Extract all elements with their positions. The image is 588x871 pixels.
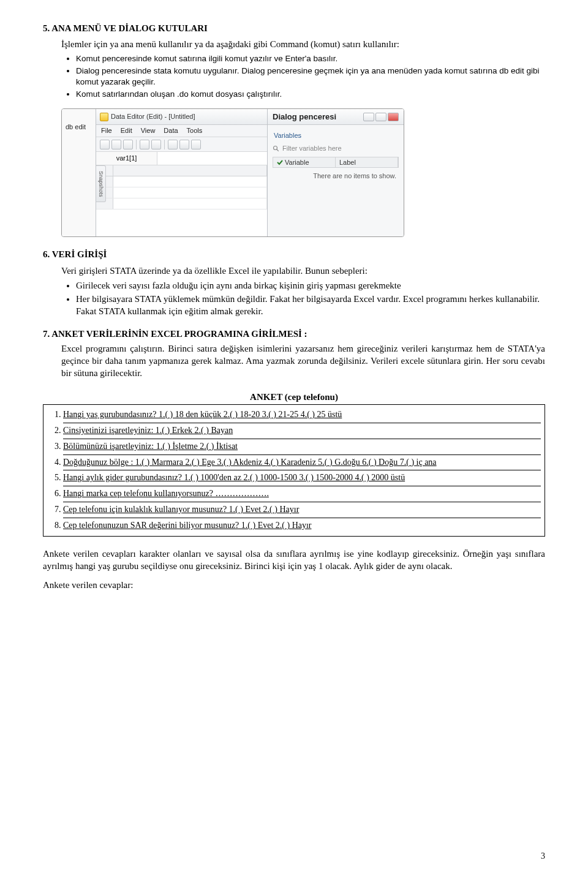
anket-title: ANKET (cep telefonu) <box>43 391 545 403</box>
menu-view[interactable]: View <box>141 126 156 135</box>
menu-edit[interactable]: Edit <box>121 126 132 135</box>
anket-q4: Doğduğunuz bölge : 1.( ) Marmara 2.( ) E… <box>63 455 541 471</box>
section7-para: Excel programını çalıştırın. Birinci sat… <box>61 342 545 380</box>
tool-icon[interactable] <box>168 140 178 149</box>
shot-command-column: db edit <box>62 109 96 236</box>
command-text: db edit <box>66 123 86 132</box>
snapshots-tab[interactable]: Snapshots <box>96 165 106 202</box>
section6-bullets: Girilecek veri sayısı fazla olduğu için … <box>76 279 545 318</box>
data-editor-titlebar: Data Editor (Edit) - [Untitled] <box>96 109 267 125</box>
close-icon[interactable] <box>388 113 399 121</box>
section5-intro: İşlemler için ya ana menü kullanılır ya … <box>61 38 545 50</box>
cell-reference: var1[1] <box>96 152 157 165</box>
filter-placeholder: Filter variables here <box>282 144 342 153</box>
tool-icon[interactable] <box>123 140 133 149</box>
section5-bullet-3: Komut satırlarından oluşan .do komut dos… <box>76 89 545 100</box>
after-p1: Ankete verilen cevapları karakter olanla… <box>43 548 545 573</box>
anket-list: Hangi yaş gurubundasınız? 1.( ) 18 den k… <box>63 407 541 534</box>
section7-heading: 7. ANKET VERİLERİNİN EXCEL PROGRAMINA Gİ… <box>43 328 545 340</box>
section5-heading: 5. ANA MENÜ VE DİALOG KUTULARI <box>43 22 545 34</box>
col-variable[interactable]: Variable <box>273 157 336 167</box>
stata-screenshot: db edit Data Editor (Edit) - [Untitled] … <box>61 108 404 237</box>
anket-box: Hangi yaş gurubundasınız? 1.( ) 18 den k… <box>43 404 545 537</box>
section5-bullet-2: Dialog penceresinde stata komutu uygulan… <box>76 66 545 88</box>
section6-bullet-2: Her bilgisayara STATA yüklemek mümkün de… <box>76 293 545 318</box>
col-label[interactable]: Label <box>336 157 398 167</box>
after-p2: Ankete verilen cevaplar: <box>43 579 545 591</box>
anket-q3: Bölümünüzü işaretleyiniz: 1.( ) İşletme … <box>63 439 541 455</box>
menu-tools[interactable]: Tools <box>187 126 203 135</box>
variables-columns: Variable Label <box>273 157 399 168</box>
anket-q6: Hangi marka cep telefonu kullanıyorsunuz… <box>63 486 541 502</box>
shot-dialog-panel: Dialog penceresi Variables Filter variab… <box>268 109 404 236</box>
check-icon <box>277 159 283 165</box>
toolbar-separator <box>164 140 165 149</box>
svg-line-1 <box>277 149 279 151</box>
variables-pane: Variables Filter variables here Variable… <box>268 125 404 188</box>
toolbar-separator <box>136 140 137 149</box>
anket-q2: Cinsiyetinizi işaretleyiniz: 1.( ) Erkek… <box>63 423 541 439</box>
section5-bullets: Komut penceresinde komut satırına ilgili… <box>76 53 545 100</box>
menu-bar[interactable]: File Edit View Data Tools <box>96 125 267 137</box>
tool-icon[interactable] <box>100 140 110 149</box>
data-editor-icon <box>100 113 108 121</box>
data-editor-title: Data Editor (Edit) - [Untitled] <box>111 112 195 121</box>
variables-filter[interactable]: Filter variables here <box>273 143 399 157</box>
tool-icon[interactable] <box>191 140 201 149</box>
cell-reference-bar: var1[1] <box>96 152 267 165</box>
no-items-text: There are no items to show. <box>273 168 399 184</box>
tool-icon[interactable] <box>140 140 149 149</box>
menu-file[interactable]: File <box>101 126 112 135</box>
section6-bullet-1: Girilecek veri sayısı fazla olduğu için … <box>76 279 545 292</box>
svg-point-0 <box>274 146 277 149</box>
dialog-titlebar: Dialog penceresi <box>268 109 404 125</box>
tool-icon[interactable] <box>111 140 121 149</box>
variables-heading: Variables <box>273 129 399 143</box>
menu-data[interactable]: Data <box>164 126 178 135</box>
maximize-icon[interactable] <box>375 113 386 121</box>
section6-heading: 6. VERİ GİRİŞİ <box>43 248 545 260</box>
section6-intro: Veri girişleri STATA üzerinde ya da özel… <box>61 265 545 277</box>
toolbar <box>96 137 267 152</box>
section5-bullet-1: Komut penceresinde komut satırına ilgili… <box>76 53 545 64</box>
shot-data-editor: Data Editor (Edit) - [Untitled] File Edi… <box>96 109 268 236</box>
col-variable-label: Variable <box>285 158 309 167</box>
anket-q5: Hangi aylık gider gurubundasınız? 1.( ) … <box>63 470 541 486</box>
after-anket: Ankete verilen cevapları karakter olanla… <box>43 548 545 591</box>
data-grid[interactable] <box>96 165 267 236</box>
page-number: 3 <box>541 851 545 862</box>
search-icon <box>273 145 280 153</box>
dialog-title: Dialog penceresi <box>273 111 336 123</box>
anket-q7: Cep telefonu için kulaklık kullanıyor mu… <box>63 502 541 518</box>
tool-icon[interactable] <box>151 140 161 149</box>
minimize-icon[interactable] <box>363 113 374 121</box>
tool-icon[interactable] <box>179 140 189 149</box>
anket-q8: Cep telefonunuzun SAR değerini biliyor m… <box>63 518 541 534</box>
anket-q1: Hangi yaş gurubundasınız? 1.( ) 18 den k… <box>63 407 541 423</box>
